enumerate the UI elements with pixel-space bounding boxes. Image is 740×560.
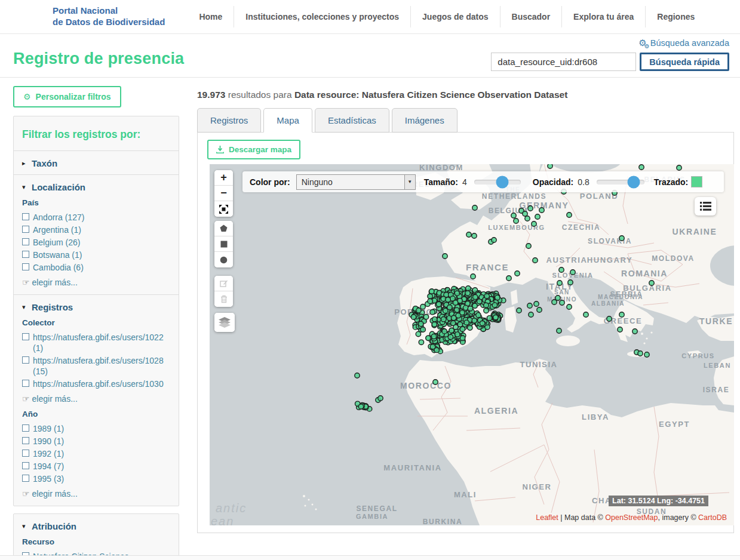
zoom-out-button[interactable]: − bbox=[214, 186, 233, 201]
occurrence-marker[interactable] bbox=[548, 164, 552, 168]
tab-registros[interactable]: Registros bbox=[197, 108, 261, 133]
search-input[interactable] bbox=[491, 53, 636, 71]
occurrence-marker[interactable] bbox=[446, 297, 450, 302]
checkbox-icon[interactable] bbox=[22, 213, 29, 220]
occurrence-marker[interactable] bbox=[432, 322, 437, 327]
personalize-filters-button[interactable]: ⚙ Personalizar filtros bbox=[13, 86, 121, 107]
opacity-slider[interactable] bbox=[597, 180, 644, 184]
checkbox-icon[interactable] bbox=[22, 462, 29, 469]
opacity-slider-thumb[interactable] bbox=[628, 176, 640, 188]
attribution-link-leaflet[interactable]: Leaflet bbox=[536, 513, 558, 522]
attribution-link-cartodb[interactable]: CartoDB bbox=[698, 513, 727, 522]
occurrence-marker[interactable] bbox=[358, 404, 363, 409]
occurrence-marker[interactable] bbox=[484, 308, 489, 313]
occurrence-marker[interactable] bbox=[528, 206, 533, 211]
occurrence-marker[interactable] bbox=[480, 321, 484, 325]
occurrence-marker[interactable] bbox=[432, 317, 437, 322]
occurrence-marker[interactable] bbox=[534, 301, 539, 306]
occurrence-marker[interactable] bbox=[455, 332, 460, 337]
occurrence-marker[interactable] bbox=[527, 303, 532, 308]
draw-rectangle-button[interactable] bbox=[214, 236, 233, 252]
occurrence-marker[interactable] bbox=[495, 295, 500, 300]
filter-section-toggle-atribuci-n[interactable]: ▾Atribución bbox=[22, 521, 170, 531]
filter-checkbox-item[interactable]: https://natusfera.gbif.es/users/1030 bbox=[22, 379, 170, 389]
nav-item-regiones[interactable]: Regiones bbox=[645, 6, 706, 27]
occurrence-marker[interactable] bbox=[514, 219, 518, 223]
occurrence-marker[interactable] bbox=[552, 300, 557, 304]
occurrence-marker[interactable] bbox=[557, 281, 562, 285]
occurrence-marker[interactable] bbox=[607, 316, 612, 321]
occurrence-marker[interactable] bbox=[535, 214, 540, 219]
occurrence-marker[interactable] bbox=[420, 327, 425, 332]
occurrence-marker[interactable] bbox=[448, 334, 453, 339]
checkbox-icon[interactable] bbox=[22, 380, 29, 387]
tab-im-genes[interactable]: Imágenes bbox=[392, 108, 457, 133]
occurrence-marker[interactable] bbox=[639, 165, 644, 170]
occurrence-marker[interactable] bbox=[476, 313, 481, 318]
size-slider-thumb[interactable] bbox=[496, 176, 508, 188]
occurrence-marker[interactable] bbox=[644, 352, 649, 357]
occurrence-marker[interactable] bbox=[423, 315, 428, 319]
occurrence-marker[interactable] bbox=[523, 211, 527, 216]
occurrence-marker[interactable] bbox=[484, 303, 489, 307]
occurrence-marker[interactable] bbox=[567, 304, 572, 309]
occurrence-marker[interactable] bbox=[487, 316, 492, 321]
occurrence-marker[interactable] bbox=[492, 238, 496, 242]
occurrence-marker[interactable] bbox=[568, 280, 573, 285]
occurrence-marker[interactable] bbox=[460, 336, 465, 340]
draw-polygon-button[interactable] bbox=[214, 221, 233, 236]
occurrence-marker[interactable] bbox=[463, 305, 468, 310]
nav-item-buscador[interactable]: Buscador bbox=[500, 6, 562, 27]
occurrence-marker[interactable] bbox=[533, 258, 538, 263]
filter-section-toggle-localizaci-n[interactable]: ▾Localización bbox=[22, 182, 170, 192]
occurrence-marker[interactable] bbox=[460, 327, 465, 331]
occurrence-marker[interactable] bbox=[443, 254, 447, 259]
checkbox-icon[interactable] bbox=[22, 356, 29, 364]
occurrence-marker[interactable] bbox=[537, 307, 542, 312]
occurrence-marker[interactable] bbox=[378, 396, 383, 401]
occurrence-marker[interactable] bbox=[570, 270, 575, 275]
occurrence-marker[interactable] bbox=[411, 315, 416, 319]
choose-more-link[interactable]: ☞elegir más... bbox=[22, 278, 170, 287]
filter-checkbox-item[interactable]: 1995 (3) bbox=[22, 473, 170, 484]
occurrence-marker[interactable] bbox=[618, 327, 622, 332]
occurrence-marker[interactable] bbox=[468, 306, 472, 311]
download-map-button[interactable]: Descargar mapa bbox=[207, 140, 300, 159]
filter-checkbox-item[interactable]: Cambodia (6) bbox=[22, 262, 170, 273]
choose-more-link[interactable]: ☞elegir más... bbox=[22, 394, 170, 404]
occurrence-marker[interactable] bbox=[557, 328, 561, 333]
occurrence-marker[interactable] bbox=[420, 304, 425, 309]
occurrence-marker[interactable] bbox=[452, 315, 456, 320]
occurrence-marker[interactable] bbox=[560, 300, 564, 305]
quick-search-button[interactable]: Búsqueda rápida bbox=[640, 53, 729, 71]
occurrence-marker[interactable] bbox=[529, 312, 533, 317]
filter-section-toggle-registros[interactable]: ▾Registros bbox=[22, 302, 170, 312]
checkbox-icon[interactable] bbox=[22, 450, 29, 457]
occurrence-marker[interactable] bbox=[472, 233, 477, 238]
checkbox-icon[interactable] bbox=[22, 251, 29, 258]
filter-checkbox-item[interactable]: https://natusfera.gbif.es/users/1028 (15… bbox=[22, 355, 170, 377]
occurrence-marker[interactable] bbox=[559, 267, 564, 272]
occurrence-marker[interactable] bbox=[468, 325, 472, 330]
occurrence-marker[interactable] bbox=[419, 340, 423, 344]
checkbox-icon[interactable] bbox=[22, 475, 29, 482]
occurrence-marker[interactable] bbox=[453, 300, 457, 305]
occurrence-marker[interactable] bbox=[532, 221, 536, 226]
leaflet-map[interactable]: KINGDOMIRELANDTHENETHERLANDSBELGIUMGERMA… bbox=[210, 164, 734, 525]
layers-button[interactable] bbox=[214, 313, 235, 332]
tab-mapa[interactable]: Mapa bbox=[263, 108, 312, 133]
occurrence-marker[interactable] bbox=[525, 216, 530, 221]
edit-layers-button[interactable] bbox=[214, 276, 233, 291]
filter-checkbox-item[interactable]: 1990 (1) bbox=[22, 436, 170, 447]
occurrence-marker[interactable] bbox=[484, 294, 489, 299]
occurrence-marker[interactable] bbox=[449, 328, 454, 333]
occurrence-marker[interactable] bbox=[511, 213, 516, 218]
occurrence-marker[interactable] bbox=[355, 373, 360, 378]
occurrence-marker[interactable] bbox=[515, 271, 520, 276]
filter-checkbox-item[interactable]: https://natusfera.gbif.es/users/1022 (1) bbox=[22, 332, 170, 353]
occurrence-marker[interactable] bbox=[430, 344, 435, 349]
occurrence-marker[interactable] bbox=[473, 294, 478, 299]
occurrence-marker[interactable] bbox=[428, 299, 432, 303]
occurrence-marker[interactable] bbox=[517, 308, 521, 313]
checkbox-icon[interactable] bbox=[22, 424, 29, 432]
